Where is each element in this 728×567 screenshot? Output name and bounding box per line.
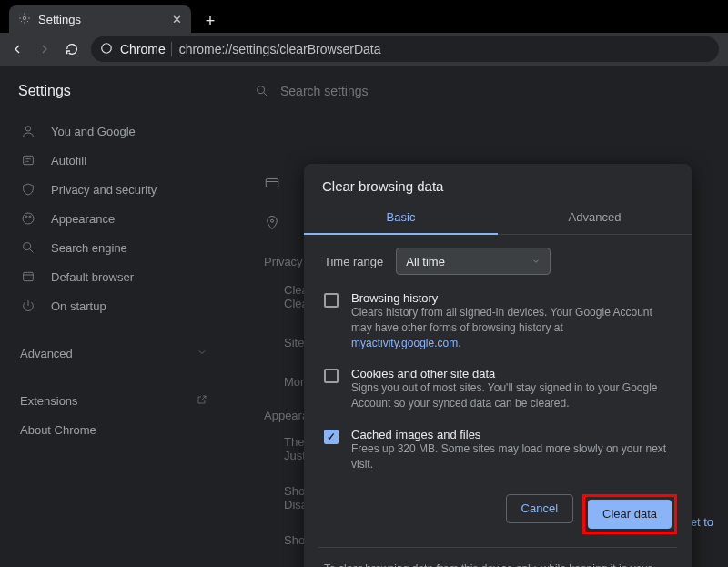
- svg-point-11: [271, 219, 274, 222]
- close-tab-icon[interactable]: ✕: [172, 13, 182, 26]
- checkbox-cached[interactable]: [324, 430, 339, 444]
- location-icon: [264, 215, 280, 231]
- sidebar-item-search-engine[interactable]: Search engine: [15, 233, 213, 262]
- option-desc: Signs you out of most sites. You'll stay…: [351, 380, 672, 411]
- autofill-icon: [20, 153, 36, 167]
- sidebar-item-label: Default browser: [51, 270, 134, 284]
- sidebar-item-appearance[interactable]: Appearance: [15, 204, 213, 233]
- svg-rect-10: [266, 179, 278, 187]
- omnibox[interactable]: Chrome chrome://settings/clearBrowserDat…: [91, 36, 719, 62]
- omnibox-prefix: Chrome: [120, 42, 172, 56]
- new-tab-button[interactable]: +: [198, 9, 222, 33]
- svg-point-3: [25, 127, 30, 131]
- svg-point-2: [258, 86, 265, 94]
- page-title: Settings: [18, 83, 255, 99]
- sidebar-item-autofill[interactable]: Autofill: [15, 146, 213, 175]
- toolbar: Chrome chrome://settings/clearBrowserDat…: [0, 33, 728, 66]
- clear-data-button[interactable]: Clear data: [588, 500, 672, 529]
- svg-point-6: [25, 216, 27, 218]
- tab-basic[interactable]: Basic: [304, 201, 498, 235]
- sidebar-item-label: On startup: [51, 299, 106, 313]
- sidebar: You and Google Autofill Privacy and secu…: [0, 116, 228, 444]
- sidebar-advanced[interactable]: Advanced: [15, 339, 213, 368]
- sidebar-item-label: Privacy and security: [51, 183, 157, 197]
- search-input[interactable]: [278, 83, 441, 99]
- power-icon: [20, 299, 36, 313]
- option-title: Browsing history: [351, 291, 672, 305]
- sidebar-about-label: About Chrome: [20, 423, 96, 437]
- back-button[interactable]: [9, 41, 25, 57]
- forward-button[interactable]: [36, 41, 53, 57]
- option-cookies[interactable]: Cookies and other site data Signs you ou…: [324, 367, 672, 411]
- time-range-select[interactable]: All time: [396, 248, 551, 275]
- settings-page: Settings You and Google Autofill Privacy…: [0, 66, 728, 567]
- omnibox-url: chrome://settings/clearBrowserData: [179, 42, 381, 56]
- chevron-down-icon: [531, 255, 541, 268]
- sidebar-item-label: Search engine: [51, 241, 127, 255]
- dialog-footer: To clear browsing data from this device …: [304, 548, 692, 567]
- chrome-icon: [100, 42, 113, 57]
- sidebar-advanced-label: Advanced: [20, 347, 73, 360]
- sidebar-about[interactable]: About Chrome: [15, 415, 213, 444]
- option-title: Cached images and files: [351, 428, 672, 441]
- dialog-actions: Cancel Clear data: [304, 476, 692, 547]
- svg-point-0: [23, 16, 26, 20]
- sidebar-extensions[interactable]: Extensions: [15, 386, 213, 415]
- tab-advanced[interactable]: Advanced: [498, 201, 692, 235]
- browser-icon: [20, 269, 36, 284]
- time-range-value: All time: [406, 255, 445, 268]
- sidebar-item-label: Autofill: [51, 154, 86, 167]
- clear-data-dialog: Clear browsing data Basic Advanced Time …: [304, 164, 692, 567]
- option-title: Cookies and other site data: [351, 367, 672, 380]
- sidebar-item-default-browser[interactable]: Default browser: [15, 262, 213, 291]
- option-browsing-history[interactable]: Browsing history Clears history from all…: [324, 291, 672, 350]
- browser-tab[interactable]: Settings ✕: [9, 5, 191, 33]
- shield-icon: [20, 182, 36, 197]
- search-icon: [20, 240, 36, 255]
- sidebar-item-on-startup[interactable]: On startup: [15, 291, 213, 320]
- checkbox-browsing-history[interactable]: [324, 293, 339, 308]
- sidebar-item-label: You and Google: [51, 125, 136, 138]
- svg-point-5: [23, 213, 34, 224]
- dialog-title: Clear browsing data: [304, 164, 692, 201]
- page-header: Settings: [0, 66, 728, 116]
- option-desc: Frees up 320 MB. Some sites may load mor…: [351, 441, 672, 472]
- search-icon: [255, 84, 269, 98]
- tab-title: Settings: [38, 13, 81, 26]
- external-link-icon: [197, 394, 207, 408]
- option-cached[interactable]: Cached images and files Frees up 320 MB.…: [324, 428, 672, 472]
- option-desc: Clears history from all signed-in device…: [351, 305, 672, 350]
- palette-icon: [20, 211, 36, 226]
- chevron-down-icon: [197, 347, 207, 360]
- svg-point-1: [102, 43, 112, 53]
- cancel-button[interactable]: Cancel: [506, 494, 573, 523]
- gear-icon: [18, 12, 31, 27]
- reload-button[interactable]: [64, 41, 80, 57]
- checkbox-cookies[interactable]: [324, 369, 339, 383]
- highlight-box: Clear data: [582, 494, 677, 534]
- svg-rect-9: [24, 272, 34, 280]
- search-settings[interactable]: [255, 83, 710, 99]
- tab-strip: Settings ✕ +: [0, 0, 728, 33]
- sidebar-extensions-label: Extensions: [20, 394, 78, 408]
- time-range-label: Time range: [324, 255, 383, 268]
- sidebar-item-you-and-google[interactable]: You and Google: [15, 116, 213, 146]
- svg-point-7: [29, 216, 31, 218]
- dialog-tabs: Basic Advanced: [304, 201, 692, 235]
- svg-rect-4: [24, 156, 34, 164]
- svg-point-8: [24, 243, 31, 250]
- person-icon: [20, 124, 36, 138]
- sidebar-item-label: Appearance: [51, 212, 115, 226]
- myactivity-link[interactable]: myactivity.google.com: [351, 337, 458, 349]
- sidebar-item-privacy[interactable]: Privacy and security: [15, 175, 213, 204]
- card-icon: [264, 175, 280, 191]
